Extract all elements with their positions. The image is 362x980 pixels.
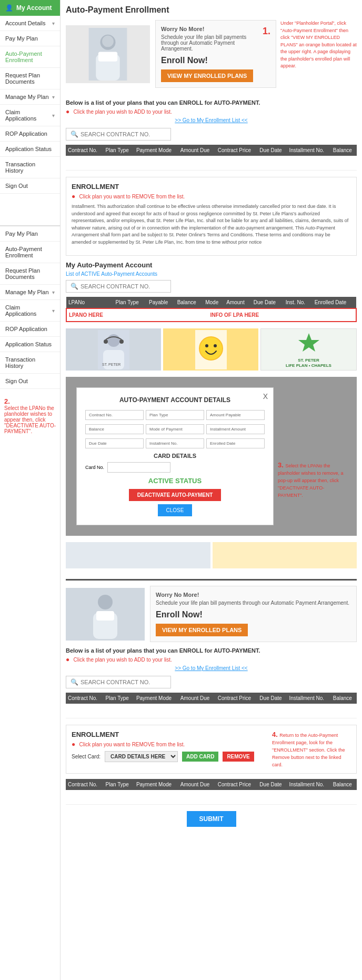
my-auto-payment-section: My Auto-Payment Account List of ACTIVE A… bbox=[66, 261, 357, 322]
col-due-date: Due Date bbox=[257, 145, 287, 156]
p2-t2-col-balance: Balance bbox=[331, 779, 357, 790]
svg-point-14 bbox=[214, 344, 217, 347]
search-input-2[interactable] bbox=[81, 283, 166, 289]
sidebar-item-pay-my-plan[interactable]: Pay My Plan bbox=[0, 31, 60, 46]
step3-text: Select the LPANo the planholder wishes t… bbox=[278, 463, 344, 498]
sidebar-item-request-plan-docs[interactable]: Request Plan Documents bbox=[0, 68, 60, 89]
banner2-text: Worry No More! Schedule your life plan b… bbox=[150, 586, 357, 642]
go-to-enrollment-link[interactable]: >> Go to My Enrollment List << bbox=[175, 117, 247, 123]
step1-annotation: Under "Planholder Portal", click "Auto-P… bbox=[280, 20, 357, 94]
card-select-dropdown[interactable]: CARD DETAILS HERE bbox=[105, 751, 178, 762]
add-instruction: Click the plan you wish to ADD to your l… bbox=[74, 109, 172, 115]
sidebar-item-claim-applications[interactable]: Claim Applications ▾ bbox=[0, 105, 60, 126]
sidebar-item-sign-out-2[interactable]: Sign Out bbox=[0, 374, 60, 389]
sidebar-label-manage-plan-2: Manage My Plan bbox=[5, 289, 49, 295]
modal-installment-no: Installment No. bbox=[146, 438, 204, 448]
sidebar-label-application-status: Application Status bbox=[5, 146, 52, 152]
sidebar-item-request-docs-2[interactable]: Request Plan Documents bbox=[0, 263, 60, 285]
p2-col-due-date: Due Date bbox=[257, 693, 287, 704]
worry-title: Worry No More! bbox=[161, 26, 263, 32]
sidebar-label-claim-apps-2: Claim Applications bbox=[5, 304, 52, 317]
search-icon-2: 🔍 bbox=[71, 283, 78, 290]
sidebar-item-txn-history-2[interactable]: Transaction History bbox=[0, 352, 60, 374]
step4-badge: 4. bbox=[272, 731, 278, 738]
search-input-3[interactable] bbox=[81, 679, 166, 685]
lpa-col-payable: Payable bbox=[147, 297, 175, 308]
sidebar-item-app-status-2[interactable]: Application Status bbox=[0, 337, 60, 352]
sidebar-label-auto-payment: Auto-Payment Enrollment bbox=[5, 51, 55, 63]
svg-point-12 bbox=[199, 337, 223, 360]
p2-worry-title: Worry No More! bbox=[156, 592, 351, 598]
chevron-down-icon-3: ▾ bbox=[52, 113, 55, 118]
sidebar-item-pay-my-plan-2[interactable]: Pay My Plan bbox=[0, 226, 60, 242]
p2-enrollment-title: ENROLLMENT bbox=[72, 731, 268, 738]
lpa-col-plan-type: Plan Type bbox=[114, 297, 147, 308]
p2-col-contract-price: Contract Price bbox=[216, 693, 258, 704]
p2-table-empty-row bbox=[66, 704, 357, 718]
select-card-row: Select Card: CARD DETAILS HERE ADD CARD … bbox=[72, 751, 268, 762]
p2-worry-sub: Schedule your life plan bill payments th… bbox=[156, 600, 351, 606]
p2-enroll-info-text: Below is a list of your plans that you c… bbox=[66, 647, 260, 654]
card-no-label: Card No. bbox=[85, 465, 104, 470]
col-contract-price: Contract Price bbox=[216, 145, 258, 156]
add-card-btn[interactable]: ADD CARD bbox=[182, 752, 218, 762]
svg-marker-15 bbox=[298, 333, 319, 352]
p2-t2-col-contract-no: Contract No. bbox=[66, 779, 104, 790]
page2-section: Worry No More! Schedule your life plan b… bbox=[66, 579, 357, 827]
sidebar-label-rop-application: ROP Application bbox=[5, 131, 47, 137]
sidebar-item-auto-payment[interactable]: Auto-Payment Enrollment bbox=[0, 46, 60, 68]
sidebar-item-sign-out[interactable]: Sign Out bbox=[0, 178, 60, 194]
p2-enrollment-section: ENROLLMENT ● Click plan you want to REMO… bbox=[66, 725, 357, 774]
enroll-now-title: Enroll Now! bbox=[161, 56, 263, 65]
sidebar-item-manage-plan-2[interactable]: Manage My Plan ▾ bbox=[0, 285, 60, 300]
bottom-blue-btn[interactable]: SUBMIT bbox=[187, 811, 236, 827]
lpa-row-1[interactable]: LPANO HERE INFO OF LPA HERE bbox=[66, 308, 356, 322]
svg-rect-7 bbox=[103, 350, 124, 369]
search-icon-3: 🔍 bbox=[71, 678, 78, 686]
search-input-1[interactable] bbox=[81, 131, 166, 137]
col-balance: Balance bbox=[331, 145, 357, 156]
enroll-info-text: Below is a list of your plans that you c… bbox=[66, 99, 260, 106]
page-title: Auto-Payment Enrollment bbox=[66, 5, 357, 15]
search-contract-bar-3: 🔍 bbox=[66, 676, 171, 688]
sidebar-label-manage-my-plan: Manage My Plan bbox=[5, 94, 49, 100]
enrollment-table-1: Contract No. Plan Type Payment Mode Amou… bbox=[66, 145, 357, 171]
p2-view-enrolled-btn[interactable]: VIEW MY ENROLLED PLANS bbox=[156, 624, 248, 636]
banner2-person-image bbox=[66, 588, 145, 641]
p2-go-to-link[interactable]: >> Go to My Enrollment List << bbox=[175, 665, 247, 671]
p2-bullet-icon-2: ● bbox=[72, 741, 75, 748]
step1-badge: 1. bbox=[263, 26, 270, 82]
card-no-input[interactable] bbox=[107, 462, 170, 473]
sidebar-item-manage-my-plan[interactable]: Manage My Plan ▾ bbox=[0, 89, 60, 105]
modal-fields-3: Due Date Installment No. Enrolled Date bbox=[85, 438, 265, 448]
sidebar-item-transaction-history[interactable]: Transaction History bbox=[0, 157, 60, 178]
sidebar-label-account-details: Account Details bbox=[5, 20, 45, 26]
close-modal-btn[interactable]: CLOSE bbox=[158, 504, 193, 516]
sidebar-label-pay-my-plan: Pay My Plan bbox=[5, 35, 38, 42]
sidebar-label-auto-payment-2: Auto-Payment Enrollment bbox=[5, 246, 55, 258]
modal-close-btn[interactable]: X bbox=[263, 392, 268, 401]
sidebar-item-rop-application[interactable]: ROP Application bbox=[0, 126, 60, 142]
modal-plan-type: Plan Type bbox=[146, 410, 204, 420]
sidebar-label-request-plan-docs: Request Plan Documents bbox=[5, 72, 55, 85]
lpa-col-balance: Balance bbox=[175, 297, 204, 308]
remove-card-btn[interactable]: REMOVE bbox=[223, 752, 254, 762]
sidebar-item-rop-2[interactable]: ROP Application bbox=[0, 322, 60, 337]
sidebar-item-account-details[interactable]: Account Details ▾ bbox=[0, 16, 60, 31]
p2-table-2: Contract No. Plan Type Payment Mode Amou… bbox=[66, 779, 357, 805]
sidebar-header: 👤 My Account bbox=[0, 0, 60, 16]
step2-text: Select the LPANo the planholder wishes t… bbox=[4, 405, 56, 434]
view-enrolled-plans-btn[interactable]: VIEW MY ENROLLED PLANS bbox=[161, 69, 253, 82]
deactivate-auto-payment-btn[interactable]: DEACTIVATE AUTO-PAYMENT bbox=[129, 489, 222, 501]
sidebar-item-claim-apps-2[interactable]: Claim Applications ▾ bbox=[0, 300, 60, 322]
remove-instruction: Click plan you want to REMOVE from the l… bbox=[79, 194, 185, 199]
bullet-icon-1: ● bbox=[66, 108, 69, 115]
table-row-empty bbox=[66, 156, 357, 171]
sidebar-item-auto-payment-2[interactable]: Auto-Payment Enrollment bbox=[0, 242, 60, 263]
active-status: ACTIVE STATUS bbox=[85, 477, 265, 485]
lpa-col-amount: Amount bbox=[224, 297, 252, 308]
svg-rect-3 bbox=[98, 52, 117, 61]
step4-text: Return to the Auto-Payment Enrollment pa… bbox=[272, 733, 345, 767]
col-plan-type: Plan Type bbox=[104, 145, 134, 156]
sidebar-item-application-status[interactable]: Application Status bbox=[0, 142, 60, 157]
